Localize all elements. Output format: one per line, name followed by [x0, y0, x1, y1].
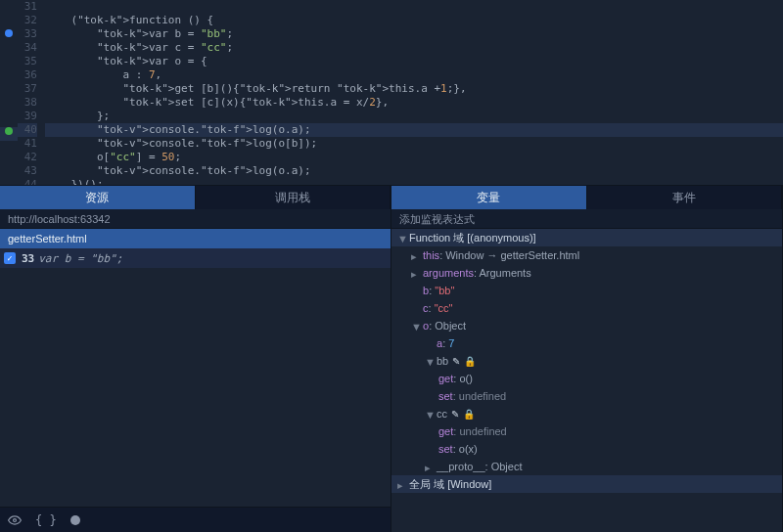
var-o-cc[interactable]: ▼ cc ✎ 🔒: [392, 405, 782, 422]
var-o-cc-get-key: get: [438, 425, 453, 437]
scope-function-label: Function 域: [409, 231, 464, 245]
chevron-right-icon: ▸: [411, 250, 421, 260]
var-o[interactable]: ▼ o : Object: [392, 317, 782, 334]
spacer: [411, 286, 421, 295]
var-b[interactable]: b: "bb": [392, 282, 782, 299]
var-c-value: "cc": [435, 302, 453, 314]
tab-events[interactable]: 事件: [587, 186, 783, 209]
variables-tree[interactable]: ▼ Function 域 [(anonymous)] ▸ this : Wind…: [392, 229, 782, 532]
var-o-bb[interactable]: ▼ bb ✎ 🔒: [392, 352, 782, 370]
chevron-down-icon: ▼: [411, 321, 421, 331]
var-o-proto[interactable]: ▸ __proto__ : Object: [392, 458, 782, 475]
breakpoint-entry[interactable]: ✓ 33 var b = "bb";: [0, 248, 391, 268]
chevron-down-icon: ▼: [397, 233, 407, 243]
scope-function-value: [(anonymous)]: [467, 232, 535, 244]
tab-callstack[interactable]: 调用栈: [196, 186, 392, 209]
chevron-right-icon: ▸: [425, 462, 435, 471]
var-o-cc-key: cc: [437, 408, 447, 420]
chevron-right-icon: ▸: [397, 479, 407, 489]
var-o-proto-key: __proto__: [437, 461, 485, 472]
var-b-value: "bb": [435, 285, 454, 296]
eye-icon[interactable]: [8, 513, 22, 527]
var-o-a-key: a: [437, 337, 442, 349]
tab-variables-label: 变量: [477, 190, 500, 206]
debug-panels: 资源 调用栈 http://localhost:63342 getterSett…: [0, 186, 783, 532]
right-tabs: 变量 事件: [392, 186, 782, 209]
tab-sources-label: 资源: [85, 190, 109, 206]
source-file[interactable]: getterSetter.html: [0, 229, 391, 248]
breakpoint-gutter[interactable]: [0, 0, 18, 185]
scope-function[interactable]: ▼ Function 域 [(anonymous)]: [392, 229, 782, 246]
var-c-key: c: [423, 302, 429, 314]
tab-events-label: 事件: [672, 190, 696, 206]
var-arguments-value: : Arguments: [474, 267, 531, 279]
svg-point-0: [14, 518, 17, 521]
pencil-icon[interactable]: ✎: [451, 409, 459, 420]
scope-global-label: 全局 域: [409, 477, 444, 492]
var-o-proto-value: : Object: [485, 461, 523, 472]
var-o-bb-get-value: : o(): [453, 373, 473, 384]
var-b-key: b: [423, 285, 429, 296]
spacer: [411, 303, 421, 313]
sources-empty-area: [0, 268, 391, 507]
var-o-bb-set[interactable]: set : undefined: [392, 387, 782, 405]
sources-pane: 资源 调用栈 http://localhost:63342 getterSett…: [0, 186, 392, 532]
watch-expression-input[interactable]: 添加监视表达式: [392, 209, 782, 229]
var-o-a-value: 7: [448, 337, 454, 349]
var-this-value: : Window → getterSetter.html: [439, 249, 579, 261]
tab-sources[interactable]: 资源: [0, 186, 196, 209]
chevron-down-icon: ▼: [425, 356, 435, 366]
scope-global[interactable]: ▸ 全局 域 [Window]: [392, 475, 782, 493]
var-o-a[interactable]: a: 7: [392, 334, 782, 352]
var-o-value: : Object: [429, 320, 466, 332]
braces-icon[interactable]: { }: [35, 513, 57, 527]
lock-icon: 🔒: [463, 409, 475, 420]
var-this-key: this: [423, 249, 439, 261]
breakpoint-checkbox[interactable]: ✓: [4, 252, 16, 264]
left-tabs: 资源 调用栈: [0, 186, 391, 209]
line-number-gutter: 3132333435363738394041424344: [18, 0, 45, 185]
pencil-icon[interactable]: ✎: [452, 356, 460, 367]
breakpoint-code: var b = "bb";: [38, 252, 122, 265]
var-o-cc-get-value: : undefined: [453, 425, 506, 437]
left-footer-toolbar: { }: [0, 507, 391, 532]
code-content[interactable]: ("tok-k">function () { "tok-k">var b = "…: [45, 0, 783, 185]
var-o-bb-set-value: : undefined: [453, 390, 506, 402]
chevron-down-icon: ▼: [425, 409, 435, 419]
var-o-bb-set-key: set: [438, 390, 453, 402]
var-o-cc-set-key: set: [438, 443, 453, 455]
var-this[interactable]: ▸ this : Window → getterSetter.html: [392, 246, 782, 264]
var-o-cc-set-value: : o(x): [453, 443, 478, 455]
tab-variables[interactable]: 变量: [392, 186, 587, 209]
record-icon[interactable]: [70, 515, 80, 525]
scope-global-value: [Window]: [447, 478, 491, 490]
lock-icon: 🔒: [464, 356, 476, 367]
var-o-bb-key: bb: [437, 355, 448, 367]
var-arguments-key: arguments: [423, 267, 474, 279]
var-o-bb-get[interactable]: get : o(): [392, 370, 782, 387]
breakpoint-line-number: 33: [22, 252, 34, 265]
var-o-cc-set[interactable]: set : o(x): [392, 440, 782, 458]
code-editor[interactable]: 3132333435363738394041424344 ("tok-k">fu…: [0, 0, 783, 186]
spacer: [425, 338, 435, 348]
tab-callstack-label: 调用栈: [275, 190, 310, 206]
var-o-cc-get[interactable]: get : undefined: [392, 422, 782, 440]
variables-pane: 变量 事件 添加监视表达式 ▼ Function 域 [(anonymous)]…: [392, 186, 783, 532]
source-url: http://localhost:63342: [0, 209, 391, 229]
var-c[interactable]: c: "cc": [392, 299, 782, 317]
var-o-bb-get-key: get: [438, 373, 453, 384]
chevron-right-icon: ▸: [411, 268, 421, 278]
var-arguments[interactable]: ▸ arguments : Arguments: [392, 264, 782, 282]
